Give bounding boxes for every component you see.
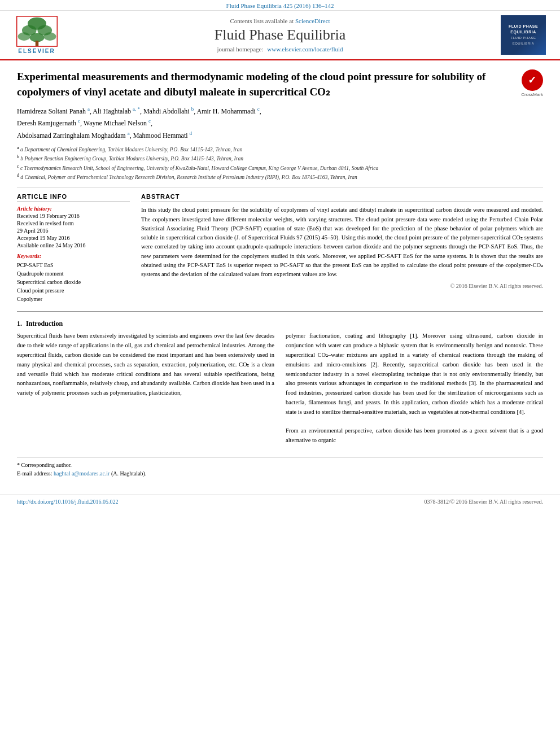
svg-rect-7	[35, 41, 38, 46]
received-date: Received 19 February 2016	[17, 213, 130, 219]
journal-center: Contents lists available at ScienceDirec…	[62, 18, 498, 53]
keyword-5: Copolymer	[17, 295, 130, 303]
elsevier-brand-text: ELSEVIER	[18, 48, 55, 54]
affiliations: a a Department of Chemical Engineering, …	[17, 145, 543, 182]
keyword-4: Cloud point pressure	[17, 286, 130, 295]
article-title: Experimental measurements and thermodyna…	[17, 69, 512, 99]
journal-header: ELSEVIER Contents lists available at Sci…	[0, 11, 560, 60]
crossmark-icon: ✓	[522, 69, 543, 91]
sciencedirect-link[interactable]: ScienceDirect	[295, 18, 330, 24]
intro-text-right: polymer fractionation, coating and litho…	[286, 331, 543, 445]
intro-text-left: Supercritical fluids have been extensive…	[17, 331, 274, 398]
main-content: Experimental measurements and thermodyna…	[0, 60, 560, 483]
author-wayne-nelson: Wayne Michael Nelson	[84, 119, 147, 127]
article-title-section: Experimental measurements and thermodyna…	[17, 69, 543, 99]
authors-line: Hamidreza Soltani Panah a, Ali Haghtalab…	[17, 105, 543, 141]
keyword-2: Quadrupole moment	[17, 269, 130, 278]
email-link[interactable]: haghtal a@modares.ac.ir	[54, 470, 110, 477]
section-divider	[17, 311, 543, 312]
svg-point-4	[18, 32, 30, 41]
received-revised-label: Received in revised form	[17, 220, 130, 226]
crossmark-label: CrossMark	[521, 92, 543, 97]
email-footnote: E-mail address: haghtal a@modares.ac.ir …	[17, 469, 543, 478]
article-info-title: ARTICLE INFO	[17, 193, 130, 202]
introduction-heading: 1. Introduction	[17, 320, 543, 328]
contents-line: Contents lists available at ScienceDirec…	[73, 18, 487, 24]
body-col-right: polymer fractionation, coating and litho…	[286, 331, 543, 445]
issn-text: 0378-3812/© 2016 Elsevier B.V. All right…	[425, 499, 543, 505]
abstract-panel: ABSTRACT In this study the cloud point p…	[141, 193, 543, 303]
homepage-link[interactable]: www.elsevier.com/locate/fluid	[267, 46, 343, 53]
abstract-title: ABSTRACT	[141, 193, 543, 202]
accepted-date: Accepted 19 May 2016	[17, 235, 130, 241]
journal-logo-image: FLUID PHASEEQUILIBRIAFLUID PHASEEQUILIBR…	[501, 15, 546, 55]
crossmark-badge[interactable]: ✓ CrossMark	[521, 69, 543, 97]
keywords-label: Keywords:	[17, 253, 130, 259]
info-abstract-row: ARTICLE INFO Article history: Received 1…	[17, 187, 543, 303]
journal-ref: Fluid Phase Equilibria 425 (2016) 136–14…	[226, 2, 334, 9]
svg-point-5	[43, 32, 56, 41]
body-col-left: Supercritical fluids have been extensive…	[17, 331, 274, 445]
history-label: Article history:	[17, 206, 130, 212]
article-info-panel: ARTICLE INFO Article history: Received 1…	[17, 193, 130, 303]
footer-bar: http://dx.doi.org/10.1016/j.fluid.2016.0…	[0, 495, 560, 508]
footnote-area: * Corresponding author. E-mail address: …	[17, 457, 543, 478]
corresponding-author-note: * Corresponding author.	[17, 461, 543, 469]
keyword-1: PCP-SAFT EoS	[17, 261, 130, 269]
journal-title: Fluid Phase Equilibria	[73, 27, 487, 43]
journal-ref-bar: Fluid Phase Equilibria 425 (2016) 136–14…	[0, 0, 560, 11]
that-word: that	[509, 427, 518, 434]
keyword-3: Supercritical carbon dioxide	[17, 278, 130, 286]
body-two-col: Supercritical fluids have been extensive…	[17, 331, 543, 445]
homepage-line: journal homepage: www.elsevier.com/locat…	[73, 46, 487, 53]
abstract-text: In this study the cloud point pressure f…	[141, 206, 543, 279]
elsevier-logo: ELSEVIER	[11, 16, 62, 54]
journal-logo-box: FLUID PHASEEQUILIBRIAFLUID PHASEEQUILIBR…	[498, 15, 549, 55]
copyright-line: © 2016 Elsevier B.V. All rights reserved…	[141, 283, 543, 289]
elsevier-logo-area: ELSEVIER	[11, 16, 62, 54]
received-revised-date: 29 April 2016	[17, 228, 130, 234]
available-online: Available online 24 May 2016	[17, 242, 130, 248]
elsevier-tree-icon	[16, 16, 58, 47]
doi-link[interactable]: http://dx.doi.org/10.1016/j.fluid.2016.0…	[17, 499, 119, 505]
